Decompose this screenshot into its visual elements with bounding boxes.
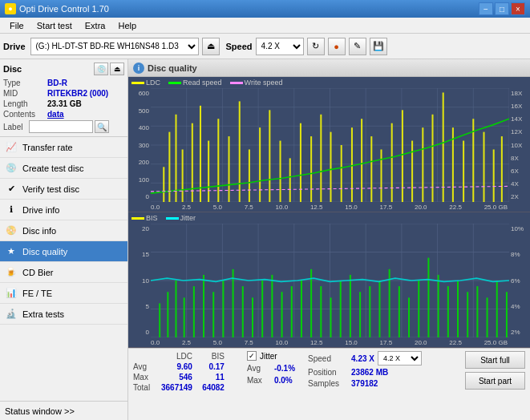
nav-fe-te[interactable]: 📊 FE / TE — [0, 283, 127, 304]
start-part-button[interactable]: Start part — [465, 372, 525, 390]
svg-rect-96 — [438, 275, 439, 337]
nav-cd-bier-label: CD Bier — [22, 268, 54, 277]
content-area: i Disc quality LDC Read speed — [128, 59, 530, 420]
disc-icon-btn-1[interactable]: 💿 — [94, 63, 108, 75]
svg-rect-52 — [501, 136, 503, 202]
nav-extra-tests[interactable]: 🔬 Extra tests — [0, 304, 127, 325]
svg-rect-29 — [269, 110, 270, 202]
svg-rect-92 — [399, 286, 400, 337]
disc-type-row: Type BD-R — [3, 79, 124, 87]
disc-quality-icon: ★ — [5, 245, 18, 258]
jitter-checkbox[interactable]: ✓ — [247, 351, 257, 361]
fe-te-icon: 📊 — [5, 287, 18, 300]
svg-rect-48 — [463, 141, 464, 202]
chart-top-y-left: 600 500 400 300 200 100 0 — [128, 88, 151, 202]
nav-transfer-rate[interactable]: 📈 Transfer rate — [0, 137, 127, 158]
svg-rect-87 — [350, 275, 351, 337]
svg-rect-72 — [203, 275, 204, 337]
chart-bottom-svg — [151, 224, 509, 337]
position-key: Position — [308, 368, 348, 377]
chart-bottom: BIS Jitter 20 15 10 — [128, 212, 530, 348]
nav-drive-info[interactable]: ℹ Drive info — [0, 200, 127, 220]
nav-create-test-disc[interactable]: 💿 Create test disc — [0, 158, 127, 179]
stats-row-total: Total 3667149 64082 — [133, 382, 234, 393]
stats-max-bis: 11 — [202, 372, 234, 382]
stats-header-bis: BIS — [202, 351, 234, 361]
nav-drive-info-label: Drive info — [22, 205, 59, 215]
svg-rect-26 — [239, 101, 241, 202]
nav-disc-info[interactable]: 📀 Disc info — [0, 220, 127, 241]
svg-rect-95 — [427, 258, 429, 337]
disc-label-row: Label 🔍 — [3, 120, 124, 133]
save-button[interactable]: 💾 — [370, 38, 387, 55]
svg-rect-83 — [310, 269, 312, 337]
position-row: Position 23862 MB — [308, 368, 422, 377]
menu-bar: File Start test Extra Help — [0, 18, 530, 34]
dq-icon: i — [133, 63, 144, 74]
svg-rect-33 — [310, 136, 312, 202]
close-button[interactable]: × — [511, 2, 525, 15]
verify-test-disc-icon: ✔ — [5, 183, 18, 196]
menu-file[interactable]: File — [3, 19, 30, 32]
jitter-avg-row: Avg -0.1% — [247, 364, 295, 373]
disc-label-label: Label — [3, 123, 27, 131]
menu-extra[interactable]: Extra — [79, 19, 112, 32]
nav-cd-bier[interactable]: 🍺 CD Bier — [0, 262, 127, 283]
nav-disc-quality[interactable]: ★ Disc quality — [0, 241, 127, 262]
svg-rect-77 — [252, 297, 253, 337]
stats-table: LDC BIS Avg 9.60 0.17 Max 546 — [133, 351, 234, 393]
eject-button[interactable]: ⏏ — [202, 38, 220, 55]
drive-select[interactable]: (G:) HL-DT-ST BD-RE WH16NS48 1.D3 — [30, 38, 199, 55]
menu-help[interactable]: Help — [111, 19, 143, 32]
nav-verify-test-disc[interactable]: ✔ Verify test disc — [0, 179, 127, 200]
svg-rect-101 — [487, 297, 488, 337]
menu-start-test[interactable]: Start test — [30, 19, 79, 32]
legend-read-speed: Read speed — [168, 79, 222, 87]
title-bar-left: ● Opti Drive Control 1.70 — [5, 3, 109, 14]
burn-button[interactable]: ● — [328, 38, 346, 55]
disc-label-input[interactable] — [29, 120, 93, 133]
nav-create-test-disc-label: Create test disc — [22, 164, 83, 173]
svg-rect-50 — [483, 132, 484, 202]
svg-rect-20 — [182, 149, 184, 202]
start-full-button[interactable]: Start full — [465, 351, 525, 369]
position-value: 23862 MB — [351, 368, 388, 377]
svg-rect-73 — [212, 292, 214, 337]
disc-panel: Disc 💿 ⏏ Type BD-R MID RITEKBR2 (000) Le… — [0, 59, 127, 137]
svg-rect-32 — [300, 123, 301, 202]
disc-contents-value[interactable]: data — [47, 110, 64, 119]
svg-rect-97 — [447, 286, 449, 337]
svg-rect-98 — [457, 281, 459, 337]
main-layout: Disc 💿 ⏏ Type BD-R MID RITEKBR2 (000) Le… — [0, 59, 530, 420]
jitter-section: ✓ Jitter Avg -0.1% Max 0.0% — [247, 351, 295, 385]
maximize-button[interactable]: □ — [495, 2, 509, 15]
stats-total-ldc: 3667149 — [161, 382, 202, 393]
jitter-max-value: 0.0% — [274, 376, 293, 385]
disc-label-btn[interactable]: 🔍 — [95, 120, 109, 133]
bottom-panel: LDC BIS Avg 9.60 0.17 Max 546 — [128, 348, 530, 420]
edit-button[interactable]: ✎ — [349, 38, 366, 55]
minimize-button[interactable]: − — [479, 2, 493, 15]
chart-bottom-y-left: 20 15 10 5 0 — [128, 224, 151, 337]
samples-key: Samples — [308, 379, 348, 388]
charts-container: LDC Read speed Write speed — [128, 77, 530, 348]
refresh-button[interactable]: ↻ — [307, 38, 325, 55]
svg-rect-19 — [175, 115, 176, 202]
dq-title: Disc quality — [148, 63, 197, 73]
disc-info-icon: 📀 — [5, 224, 18, 237]
nav-status-window[interactable]: Status window >> — [0, 401, 127, 420]
chart-bottom-y-right: 10% 8% 6% 4% 2% — [509, 224, 530, 337]
cd-bier-icon: 🍺 — [5, 266, 18, 279]
speed-select-small[interactable]: 4.2 X — [378, 351, 422, 365]
svg-rect-71 — [193, 286, 195, 337]
stats-avg-ldc: 9.60 — [161, 361, 202, 372]
svg-rect-102 — [496, 281, 498, 337]
drive-info-icon: ℹ — [5, 204, 18, 216]
legend-read-speed-label: Read speed — [183, 79, 222, 87]
nav-verify-test-disc-label: Verify test disc — [22, 184, 79, 194]
disc-icon-btn-2[interactable]: ⏏ — [110, 63, 124, 75]
speed-select[interactable]: 4.2 X — [256, 38, 304, 55]
jitter-max-row: Max 0.0% — [247, 376, 295, 385]
stats-max-label: Max — [133, 372, 161, 382]
speed-row: Speed 4.23 X 4.2 X — [308, 351, 422, 365]
